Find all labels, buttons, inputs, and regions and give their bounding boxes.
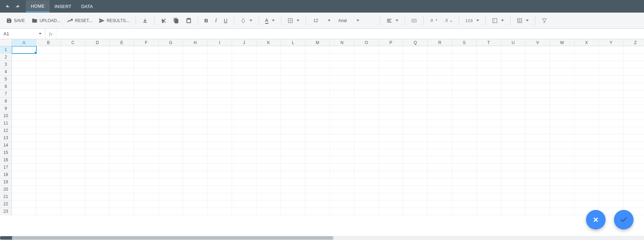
cell[interactable]	[232, 46, 256, 54]
cell[interactable]	[526, 142, 550, 149]
column-header[interactable]: Y	[599, 39, 623, 46]
cell[interactable]	[330, 90, 354, 98]
cell[interactable]	[110, 186, 134, 193]
cell[interactable]	[452, 120, 477, 127]
cell[interactable]	[305, 46, 330, 54]
cell[interactable]	[330, 208, 354, 215]
cell[interactable]	[183, 127, 208, 134]
cell[interactable]	[134, 90, 159, 98]
cell[interactable]	[61, 46, 85, 54]
cell[interactable]	[232, 193, 256, 200]
cell[interactable]	[305, 112, 330, 120]
cell[interactable]	[134, 46, 159, 54]
cell[interactable]	[134, 83, 159, 90]
cell[interactable]	[574, 164, 599, 171]
cell[interactable]	[526, 68, 550, 76]
cell[interactable]	[330, 178, 354, 186]
column-header[interactable]: R	[428, 39, 452, 46]
cell[interactable]	[256, 120, 281, 127]
cell[interactable]	[354, 156, 379, 164]
cell[interactable]	[477, 105, 501, 112]
cell[interactable]	[623, 193, 644, 200]
cell[interactable]	[330, 134, 354, 142]
cell[interactable]	[281, 90, 305, 98]
confirm-fab[interactable]	[614, 210, 634, 230]
cell[interactable]	[599, 46, 623, 54]
cell[interactable]	[110, 164, 134, 171]
cell[interactable]	[526, 112, 550, 120]
cell[interactable]	[85, 54, 110, 61]
cell[interactable]	[379, 208, 403, 215]
cell[interactable]	[501, 134, 526, 142]
cell[interactable]	[428, 98, 452, 105]
cell[interactable]	[599, 142, 623, 149]
cell[interactable]	[36, 142, 61, 149]
cell[interactable]	[208, 120, 232, 127]
cancel-fab[interactable]	[586, 210, 606, 230]
cell[interactable]	[85, 68, 110, 76]
cell[interactable]	[428, 68, 452, 76]
cell[interactable]	[477, 178, 501, 186]
cell[interactable]	[256, 171, 281, 178]
save-button[interactable]: SAVE	[3, 15, 28, 26]
cell[interactable]	[110, 127, 134, 134]
row-header[interactable]: 11	[0, 120, 12, 127]
cell[interactable]	[330, 193, 354, 200]
cell[interactable]	[12, 61, 36, 68]
font-family-select[interactable]: Arial	[334, 16, 376, 25]
cell[interactable]	[183, 120, 208, 127]
cell[interactable]	[477, 208, 501, 215]
cell[interactable]	[256, 142, 281, 149]
cell[interactable]	[256, 208, 281, 215]
cell[interactable]	[403, 142, 428, 149]
cell[interactable]	[452, 171, 477, 178]
cell[interactable]	[110, 83, 134, 90]
cell[interactable]	[305, 186, 330, 193]
cell[interactable]	[256, 193, 281, 200]
cell[interactable]	[574, 156, 599, 164]
increase-decimal-button[interactable]: .0	[427, 15, 440, 26]
cell[interactable]	[12, 193, 36, 200]
cell[interactable]	[12, 149, 36, 156]
cell[interactable]	[623, 142, 644, 149]
cell[interactable]	[85, 171, 110, 178]
cell[interactable]	[574, 200, 599, 208]
font-size-select[interactable]: 12	[310, 16, 333, 25]
cell[interactable]	[428, 54, 452, 61]
cell[interactable]	[403, 127, 428, 134]
insert-rowcol-button[interactable]	[489, 15, 507, 26]
cell[interactable]	[354, 142, 379, 149]
cell[interactable]	[379, 83, 403, 90]
cell[interactable]	[477, 149, 501, 156]
cell[interactable]	[452, 46, 477, 54]
cell[interactable]	[208, 156, 232, 164]
cell[interactable]	[330, 76, 354, 83]
cell[interactable]	[281, 171, 305, 178]
cell[interactable]	[550, 68, 574, 76]
cell[interactable]	[256, 98, 281, 105]
cell[interactable]	[501, 178, 526, 186]
cell[interactable]	[428, 193, 452, 200]
row-header[interactable]: 21	[0, 193, 12, 200]
cell[interactable]	[281, 208, 305, 215]
cell[interactable]	[599, 178, 623, 186]
cell[interactable]	[623, 83, 644, 90]
cell[interactable]	[232, 171, 256, 178]
cell[interactable]	[61, 90, 85, 98]
column-header[interactable]: F	[134, 39, 159, 46]
cell[interactable]	[61, 120, 85, 127]
cell[interactable]	[256, 83, 281, 90]
cell[interactable]	[403, 76, 428, 83]
cell[interactable]	[305, 149, 330, 156]
align-button[interactable]	[384, 15, 401, 26]
menu-tab-insert[interactable]: INSERT	[50, 0, 77, 12]
cell[interactable]	[599, 54, 623, 61]
cell[interactable]	[305, 156, 330, 164]
cell[interactable]	[12, 178, 36, 186]
cell[interactable]	[330, 98, 354, 105]
cell[interactable]	[134, 98, 159, 105]
cell[interactable]	[330, 164, 354, 171]
cell[interactable]	[403, 200, 428, 208]
cell[interactable]	[452, 193, 477, 200]
cell[interactable]	[232, 208, 256, 215]
